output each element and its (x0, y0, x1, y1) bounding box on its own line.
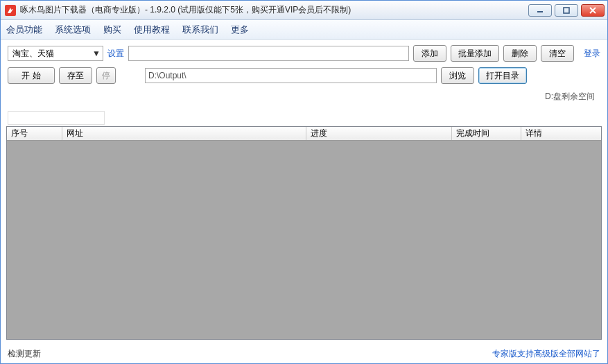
app-window: 啄木鸟图片下载器（电商专业版）- 1.9.2.0 (试用版仅能下5张，购买开通V… (1, 1, 607, 363)
menu-tutorial[interactable]: 使用教程 (134, 24, 170, 36)
table-body (7, 141, 601, 339)
svg-rect-1 (564, 8, 569, 13)
output-path-input[interactable] (145, 68, 437, 83)
task-table: 序号 网址 进度 完成时间 详情 (6, 126, 602, 340)
batch-add-button[interactable]: 批量添加 (451, 45, 499, 62)
status-box (8, 111, 105, 125)
url-input[interactable] (128, 46, 409, 61)
svg-rect-0 (537, 11, 543, 12)
chevron-down-icon: ▼ (90, 46, 103, 60)
browse-button[interactable]: 浏览 (441, 67, 474, 84)
login-link[interactable]: 登录 (584, 48, 600, 60)
table-header: 序号 网址 进度 完成时间 详情 (7, 127, 601, 141)
open-dir-button[interactable]: 打开目录 (478, 67, 527, 84)
maximize-button[interactable] (555, 4, 578, 17)
add-button[interactable]: 添加 (413, 45, 446, 62)
save-to-button[interactable]: 存至 (59, 67, 92, 84)
statusbar: 检测更新 专家版支持高级版全部网站了 (1, 344, 607, 363)
close-button[interactable] (581, 4, 605, 17)
toolbar: 淘宝、天猫 ▼ 设置 添加 批量添加 删除 清空 登录 开 始 存至 停 浏览 … (1, 40, 607, 108)
stop-button[interactable]: 停 (96, 67, 116, 84)
window-title: 啄木鸟图片下载器（电商专业版）- 1.9.2.0 (试用版仅能下5张，购买开通V… (20, 4, 528, 16)
delete-button[interactable]: 删除 (503, 45, 537, 62)
platform-selected-label: 淘宝、天猫 (12, 48, 54, 60)
menu-more[interactable]: 更多 (231, 24, 249, 36)
menu-contact[interactable]: 联系我们 (182, 24, 218, 36)
settings-link[interactable]: 设置 (107, 48, 124, 60)
menu-options[interactable]: 系统选项 (55, 24, 91, 36)
row-output: 开 始 存至 停 浏览 打开目录 (8, 67, 600, 84)
row-url: 淘宝、天猫 ▼ 设置 添加 批量添加 删除 清空 登录 (8, 45, 600, 62)
minimize-button[interactable] (528, 4, 552, 17)
menu-buy[interactable]: 购买 (103, 24, 121, 36)
check-update-link[interactable]: 检测更新 (8, 348, 41, 360)
col-seq[interactable]: 序号 (7, 127, 62, 140)
window-controls (528, 4, 605, 17)
titlebar: 啄木鸟图片下载器（电商专业版）- 1.9.2.0 (试用版仅能下5张，购买开通V… (1, 1, 607, 20)
col-progress[interactable]: 进度 (306, 127, 452, 140)
app-icon (5, 5, 16, 16)
platform-select[interactable]: 淘宝、天猫 ▼ (8, 46, 103, 61)
disk-info: D:盘剩余空间 (8, 89, 600, 105)
col-done-time[interactable]: 完成时间 (452, 127, 521, 140)
menubar: 会员功能 系统选项 购买 使用教程 联系我们 更多 (1, 20, 607, 40)
pro-notice-link[interactable]: 专家版支持高级版全部网站了 (492, 348, 600, 360)
col-url[interactable]: 网址 (62, 127, 306, 140)
clear-button[interactable]: 清空 (541, 45, 574, 62)
col-detail[interactable]: 详情 (521, 127, 601, 140)
menu-member[interactable]: 会员功能 (6, 24, 42, 36)
start-button[interactable]: 开 始 (8, 67, 55, 84)
